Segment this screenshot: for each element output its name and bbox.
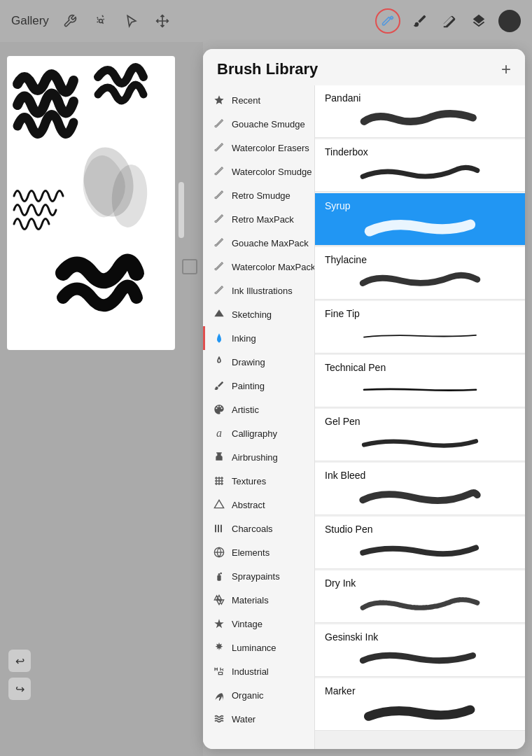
category-item-watercolor-maxpack[interactable]: Watercolor MaxPack [203,255,314,279]
category-label-calligraphy: Calligraphy [232,428,277,439]
brush-item-gel-pen[interactable]: Gel Pen [315,409,525,461]
category-label-airbrushing: Airbrushing [232,452,278,463]
smudge-icon[interactable] [410,11,430,31]
category-label-watercolor-smudge: Watercolor Smudge [232,167,312,177]
brush-item-gesinski-ink[interactable]: Gesinski Ink [315,624,525,677]
category-item-gouache-smudge[interactable]: Gouache Smudge [203,112,314,136]
category-item-artistic[interactable]: Artistic [203,398,314,421]
brush-icon [212,260,226,274]
canvas-drawing[interactable] [7,56,175,350]
category-label-industrial: Industrial [232,666,269,677]
panel-body: RecentGouache SmudgeWatercolor ErasersWa… [203,85,525,749]
brush-item-marker[interactable]: Marker [315,678,525,731]
brush-name-pandani: Pandani [325,92,515,104]
category-item-airbrushing[interactable]: Airbrushing [203,445,314,469]
add-brush-button[interactable]: + [501,61,511,78]
category-label-watercolor-erasers: Watercolor Erasers [232,143,309,153]
spray-icon [212,569,226,583]
undo-button[interactable]: ↩ [8,650,31,672]
brush-icon [212,212,226,226]
category-item-inking[interactable]: Inking [203,326,314,350]
brush-item-syrup[interactable]: Syrup [315,193,525,246]
category-item-watercolor-erasers[interactable]: Watercolor Erasers [203,136,314,160]
abstract-icon [212,498,226,512]
textures-icon [212,474,226,488]
brush-name-studio-pen: Studio Pen [325,524,515,535]
canvas-area: ↩ ↪ [0,42,203,756]
category-item-industrial[interactable]: Industrial [203,659,314,683]
brush-item-dry-ink[interactable]: Dry Ink [315,570,525,623]
category-item-elements[interactable]: Elements [203,540,314,564]
wrench-icon[interactable] [60,11,80,31]
category-item-painting[interactable]: Painting [203,374,314,398]
brush-item-technical-pen[interactable]: Technical Pen [315,355,525,407]
brush-library-panel: Brush Library + RecentGouache SmudgeWate… [203,49,525,749]
category-item-ink-illustrations[interactable]: Ink Illustrations [203,279,314,302]
toolbar-right [375,8,521,34]
brush-item-tinderbox[interactable]: Tinderbox [315,139,525,192]
brush-item-pandani[interactable]: Pandani [315,85,525,138]
category-label-luminance: Luminance [232,643,276,653]
category-item-retro-smudge[interactable]: Retro Smudge [203,183,314,207]
category-list: RecentGouache SmudgeWatercolor ErasersWa… [203,85,315,749]
eraser-icon[interactable] [440,11,459,31]
category-label-ink-illustrations: Ink Illustrations [232,286,293,296]
brush-item-ink-bleed[interactable]: Ink Bleed [315,463,525,515]
brush-icon[interactable] [375,8,400,34]
brush-icon [212,236,226,250]
charcoals-icon [212,522,226,536]
brush-item-studio-pen[interactable]: Studio Pen [315,517,525,569]
brush-item-fine-tip[interactable]: Fine Tip [315,301,525,354]
category-label-materials: Materials [232,595,269,606]
selection-icon[interactable] [122,11,141,31]
brush-name-technical-pen: Technical Pen [325,362,515,373]
materials-icon [212,593,226,607]
brush-list: PandaniTinderboxSyrupThylacineFine TipTe… [315,85,525,749]
category-item-abstract[interactable]: Abstract [203,493,314,517]
category-item-spraypaints[interactable]: Spraypaints [203,564,314,588]
opacity-slider[interactable] [178,182,184,238]
brush-icon [212,141,226,155]
category-item-materials[interactable]: Materials [203,588,314,612]
category-label-retro-maxpack: Retro MaxPack [232,214,294,225]
transform-icon[interactable] [153,11,172,31]
luminance-icon [212,640,226,654]
brush-icon [212,284,226,298]
brush-name-thylacine: Thylacine [325,254,515,265]
category-item-retro-maxpack[interactable]: Retro MaxPack [203,207,314,231]
category-item-calligraphy[interactable]: aCalligraphy [203,421,314,445]
magic-icon[interactable] [91,11,111,31]
color-icon[interactable] [498,10,521,32]
brush-item-thylacine[interactable]: Thylacine [315,247,525,300]
redo-button[interactable]: ↪ [8,678,31,700]
category-label-spraypaints: Spraypaints [232,571,280,582]
brush-name-tinderbox: Tinderbox [325,146,515,158]
palette-icon [212,402,226,416]
category-item-organic[interactable]: Organic [203,683,314,707]
category-item-charcoals[interactable]: Charcoals [203,517,314,540]
category-item-vintage[interactable]: Vintage [203,612,314,636]
category-item-watercolor-smudge[interactable]: Watercolor Smudge [203,160,314,183]
brush-name-ink-bleed: Ink Bleed [325,470,515,481]
brush-preview-fine-tip [325,323,515,346]
category-item-luminance[interactable]: Luminance [203,636,314,659]
brush-preview-thylacine [325,270,515,292]
category-item-sketching[interactable]: Sketching [203,302,314,326]
toolbar: Gallery [0,0,532,42]
category-item-water[interactable]: Water [203,707,314,731]
category-label-gouache-smudge: Gouache Smudge [232,119,305,130]
category-item-gouache-maxpack[interactable]: Gouache MaxPack [203,231,314,255]
category-item-drawing[interactable]: Drawing [203,350,314,374]
painting-icon [212,379,226,393]
shape-tool[interactable] [182,259,197,274]
brush-name-gel-pen: Gel Pen [325,416,515,427]
svg-rect-10 [220,525,222,533]
gallery-button[interactable]: Gallery [11,14,49,28]
category-item-textures[interactable]: Textures [203,469,314,493]
category-item-recent[interactable]: Recent [203,88,314,112]
brush-icon [212,188,226,202]
brush-preview-ink-bleed [325,485,515,507]
layers-icon[interactable] [469,11,489,31]
brush-icon [212,164,226,178]
panel-title: Brush Library [217,60,318,78]
